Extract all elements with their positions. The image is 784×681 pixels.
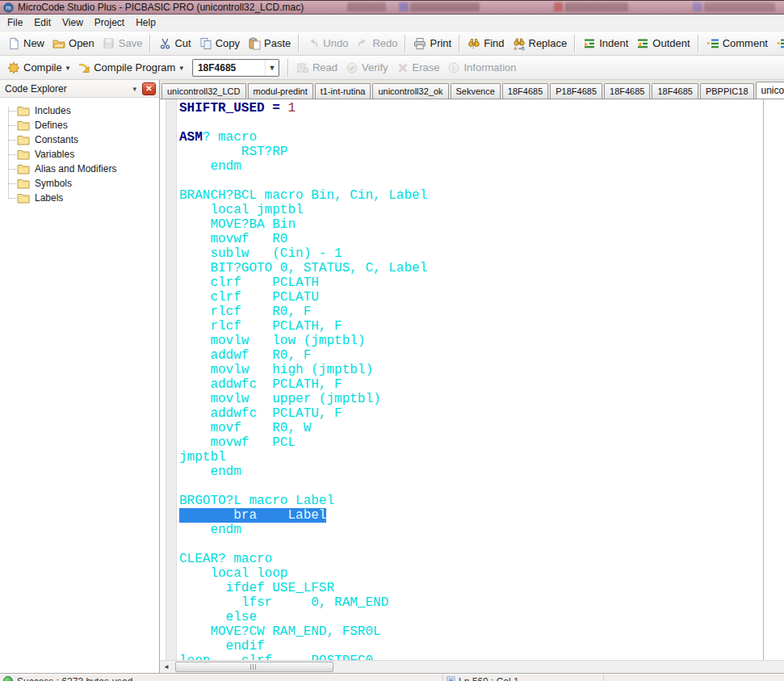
open-button[interactable]: Open: [48, 35, 99, 53]
code-line[interactable]: MOVE?CW RAM_END, FSR0L: [179, 624, 784, 639]
indent-button[interactable]: Indent: [579, 35, 632, 53]
tree-item-symbols[interactable]: Symbols: [0, 176, 159, 191]
tree-item-labels[interactable]: Labels: [0, 191, 159, 205]
scroll-left-arrow-icon[interactable]: ◄: [160, 663, 173, 670]
information-button[interactable]: iInformation: [443, 59, 520, 77]
dropdown-arrow-icon[interactable]: ▼: [265, 60, 279, 76]
code-line[interactable]: endm: [179, 465, 784, 479]
compile-program-button[interactable]: Compile Program ▾: [73, 59, 187, 77]
code-line[interactable]: rlcf R0, F: [179, 305, 784, 319]
print-button[interactable]: Print: [409, 35, 455, 53]
new-button[interactable]: New: [3, 35, 48, 53]
menu-file[interactable]: File: [2, 15, 28, 30]
outdent-icon: [636, 37, 649, 50]
code-line[interactable]: jmptbl: [179, 450, 784, 465]
code-line[interactable]: addwfc PCLATU, F: [179, 406, 784, 421]
code-line[interactable]: BRANCH?BCL macro Bin, Cin, Label: [179, 188, 784, 203]
code-line[interactable]: endm: [179, 523, 784, 537]
tree-item-constants[interactable]: Constants: [0, 132, 159, 147]
code-line[interactable]: rlcf PCLATH, F: [179, 319, 784, 334]
find-button[interactable]: Find: [463, 35, 508, 53]
compile-button[interactable]: Compile ▾: [3, 59, 73, 77]
folder-icon: [17, 164, 30, 174]
tab-unicontrol[interactable]: unicontrol: [756, 82, 784, 99]
code-line[interactable]: sublw (Cin) - 1: [179, 246, 784, 261]
code-line[interactable]: [179, 479, 784, 494]
undo-label: Undo: [323, 37, 348, 49]
uncomment-button[interactable]: Uncomment: [772, 35, 784, 53]
code-line[interactable]: BIT?GOTO 0, STATUS, C, Label: [179, 261, 784, 275]
tree-item-variables[interactable]: Variables: [0, 147, 159, 162]
code-line[interactable]: [179, 537, 784, 552]
code-line[interactable]: clrf PCLATU: [179, 290, 784, 305]
close-icon[interactable]: ✕: [142, 82, 156, 95]
code-line[interactable]: addwf R0, F: [179, 348, 784, 363]
code-line[interactable]: MOVE?BA Bin: [179, 217, 784, 232]
code-line[interactable]: movlw high (jmptbl): [179, 363, 784, 377]
tree-item-label: Includes: [35, 105, 71, 116]
tree-item-alias-and-modifiers[interactable]: Alias and Modifiers: [0, 162, 159, 176]
code-line[interactable]: addwfc PCLATH, F: [179, 377, 784, 392]
tree-item-defines[interactable]: Defines: [0, 118, 159, 132]
tab-pbppic18[interactable]: PBPPIC18: [700, 83, 754, 99]
code-line[interactable]: [179, 174, 784, 188]
undo-button[interactable]: Undo: [303, 35, 352, 53]
code-line[interactable]: [179, 116, 784, 130]
comment-button[interactable]: Comment: [702, 35, 772, 53]
tab-sekvence[interactable]: Sekvence: [451, 83, 501, 99]
code-line[interactable]: SHIFTR_USED = 1: [179, 101, 784, 116]
verify-button[interactable]: Verify: [342, 59, 392, 77]
replace-button[interactable]: A⇒BReplace: [509, 35, 572, 53]
chevron-down-icon[interactable]: ▾: [179, 64, 183, 72]
erase-button[interactable]: Erase: [392, 59, 444, 77]
tab-modul-predint[interactable]: modul-predint: [248, 83, 313, 99]
code-line[interactable]: movf R0, W: [179, 421, 784, 435]
code-line[interactable]: endif: [179, 639, 784, 654]
code-line[interactable]: local loop: [179, 566, 784, 581]
code-line[interactable]: BRGOTO?L macro Label: [179, 494, 784, 508]
tree-item-includes[interactable]: Includes: [0, 103, 159, 118]
code-line[interactable]: lfsr 0, RAM_END: [179, 595, 784, 610]
application-window: m MicroCode Studio Plus - PICBASIC PRO (…: [0, 0, 784, 681]
code-line[interactable]: CLEAR? macro: [179, 552, 784, 566]
tab-18f4685[interactable]: 18F4685: [652, 83, 698, 99]
print-label: Print: [430, 37, 451, 49]
code-line[interactable]: movlw low (jmptbl): [179, 334, 784, 348]
horizontal-scrollbar[interactable]: ◄: [160, 660, 784, 673]
scrollbar-thumb[interactable]: [175, 662, 333, 672]
folder-icon: [17, 135, 30, 145]
read-button[interactable]: Read: [292, 59, 342, 77]
chevron-down-icon[interactable]: ▾: [66, 64, 70, 72]
copy-button[interactable]: Copy: [195, 35, 244, 53]
save-button[interactable]: Save: [99, 35, 147, 53]
tab-unicontroll32-ok[interactable]: unicontroll32_ok: [372, 83, 448, 99]
tree-connector: [8, 125, 16, 126]
menu-project[interactable]: Project: [89, 15, 130, 30]
code-line[interactable]: else: [179, 610, 784, 624]
code-line[interactable]: movlw upper (jmptbl): [179, 392, 784, 406]
tab-t1-int-rutina[interactable]: t1-int-rutina: [315, 83, 371, 99]
tab-p18f4685[interactable]: P18F4685: [550, 83, 602, 99]
code-line-selected[interactable]: bra Label: [179, 508, 784, 523]
menu-edit[interactable]: Edit: [28, 15, 57, 30]
code-line[interactable]: ifdef USE_LFSR: [179, 581, 784, 595]
tab-unicontroll32-lcd[interactable]: unicontroll32_LCD: [161, 83, 246, 99]
code-line[interactable]: RST?RP: [179, 145, 784, 159]
outdent-button[interactable]: Outdent: [632, 35, 694, 53]
code-line[interactable]: endm: [179, 159, 784, 174]
cut-button[interactable]: Cut: [154, 35, 195, 53]
tab-18f4685[interactable]: 18F4685: [604, 83, 650, 99]
code-line[interactable]: movwf R0: [179, 232, 784, 246]
code-line[interactable]: clrf PCLATH: [179, 275, 784, 290]
code-area[interactable]: SHIFTR_USED = 1ASM? macro RST?RP endmBRA…: [160, 99, 784, 668]
panel-dropdown-icon[interactable]: ▾: [127, 85, 142, 93]
tab-18f4685[interactable]: 18F4685: [502, 83, 548, 99]
menu-help[interactable]: Help: [130, 15, 161, 30]
code-line[interactable]: movwf PCL: [179, 435, 784, 450]
redo-button[interactable]: Redo: [352, 35, 401, 53]
code-line[interactable]: local jmptbl: [179, 203, 784, 217]
paste-button[interactable]: Paste: [244, 35, 295, 53]
menu-view[interactable]: View: [57, 15, 89, 30]
code-line[interactable]: ASM? macro: [179, 130, 784, 145]
device-select[interactable]: 18F4685 ▼: [192, 59, 279, 77]
